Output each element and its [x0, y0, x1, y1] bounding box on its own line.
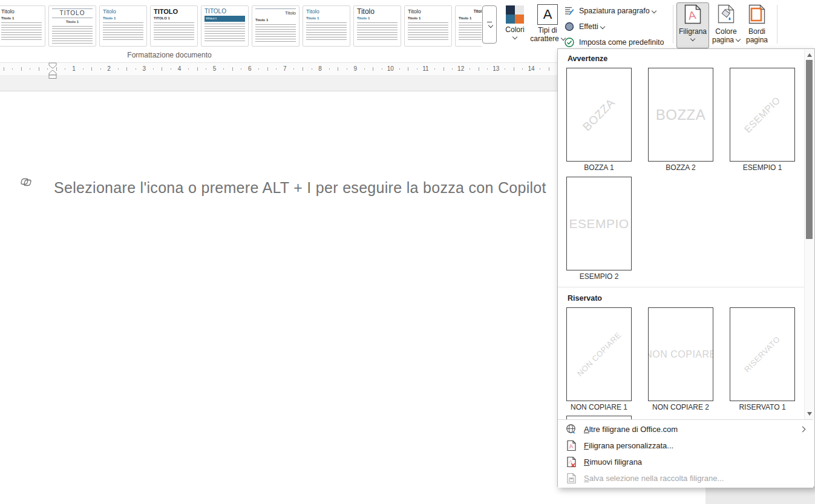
watermark-option[interactable]: RISERVATORISERVATO 1: [730, 307, 795, 414]
indent-markers[interactable]: [48, 62, 59, 81]
watermark-section-title: Avvertenze: [568, 54, 804, 63]
ruler-number: 4: [178, 65, 182, 72]
word-window: TitoloTitolo 1TITOLOTitolo 1TitoloTitolo…: [0, 0, 815, 504]
style-card-title: TITOLO: [52, 8, 93, 18]
watermark-thumbnail: NON COPIARE: [648, 307, 713, 401]
style-card-body-lines: [52, 26, 93, 45]
style-set-card[interactable]: TitoloTitolo 1: [0, 5, 45, 47]
ruler-tick-dot: [505, 68, 505, 70]
style-set-card[interactable]: TitoloTitolo 1: [404, 5, 452, 47]
scroll-down-icon[interactable]: [807, 412, 812, 416]
style-card-body-lines: [459, 22, 482, 42]
style-card-subtitle: Titolo 1: [357, 16, 398, 21]
save-gallery-icon: [566, 473, 577, 484]
ruler-tick-dot: [487, 68, 488, 70]
watermark-thumbnail: BOZZA: [566, 68, 632, 162]
page-borders-icon: [748, 4, 765, 26]
ruler-tick-dot: [30, 68, 30, 70]
watermark-section: RiservatoNON COPIARENON COPIARE 1NON COP…: [558, 287, 804, 414]
ruler-tick: [162, 67, 162, 71]
watermark-option[interactable]: ESEMPIOESEMPIO 2: [566, 177, 632, 283]
watermark-option-label: NON COPIARE 1: [566, 403, 632, 411]
globe-icon: [566, 424, 577, 435]
watermark-option[interactable]: NON COPIARENON COPIARE 2: [648, 307, 713, 414]
ruler-tick: [479, 67, 479, 71]
watermark-icon: A: [566, 440, 577, 451]
watermark-gallery: AvvertenzeBOZZABOZZA 1BOZZABOZZA 2ESEMPI…: [558, 49, 804, 419]
scrollbar[interactable]: [804, 50, 814, 419]
scrollbar-thumb[interactable]: [806, 60, 813, 239]
formatting-small-buttons: Spaziatura paragrafo Effetti Imposta com…: [564, 3, 672, 50]
paragraph-spacing-button[interactable]: Spaziatura paragrafo: [564, 3, 672, 19]
paragraph-spacing-label: Spaziatura paragrafo: [579, 7, 650, 15]
ruler-number: 13: [493, 65, 499, 72]
ruler-number: 6: [248, 65, 252, 72]
ruler-number: 9: [353, 65, 357, 72]
style-gallery[interactable]: TitoloTitolo 1TITOLOTitolo 1TitoloTitolo…: [0, 5, 482, 47]
style-set-card[interactable]: TITOLOTITOLO 1: [201, 5, 249, 47]
style-set-card[interactable]: TitoloTitolo 1: [303, 5, 350, 47]
style-card-body-lines: [357, 22, 398, 42]
ruler-tick-dot: [329, 68, 330, 70]
style-set-card[interactable]: TitoloTitolo 1: [99, 5, 147, 47]
fonts-button[interactable]: A Tipi di carattere: [530, 2, 565, 48]
menu-command-globe[interactable]: Altre filigrane di Office.com: [558, 421, 813, 437]
style-card-body-lines: [1, 22, 42, 42]
style-card-body-lines: [205, 24, 245, 43]
page-color-button[interactable]: Colore pagina: [710, 2, 742, 48]
gallery-more-icon: [487, 22, 492, 22]
watermark-grid: NON COPIARENON COPIARE 1NON COPIARENON C…: [558, 307, 800, 414]
gallery-more-button[interactable]: [482, 5, 497, 44]
effects-label: Effetti: [579, 22, 598, 31]
ruler-tick: [444, 67, 444, 71]
style-card-subtitle: Titolo 1: [52, 19, 93, 24]
watermark-option-label: RISERVATO 1: [730, 403, 795, 411]
style-set-card[interactable]: TITOLOTitolo 1: [48, 5, 96, 47]
style-card-subtitle: TITOLO 1: [205, 16, 245, 22]
ruler-tick-dot: [171, 68, 171, 70]
menu-command-save-gallery: Salva selezione nella raccolta filigrane…: [558, 470, 813, 486]
watermark-option[interactable]: BOZZABOZZA 1: [566, 68, 632, 174]
effects-button[interactable]: Effetti: [564, 19, 672, 34]
group-separator: [673, 5, 673, 44]
watermark-preview-text: BOZZA: [580, 96, 618, 133]
ruler-tick: [303, 67, 303, 71]
fonts-icon: A: [537, 4, 558, 25]
chevron-down-icon: [488, 23, 493, 28]
watermark-preview-text: NON COPIARE: [575, 330, 623, 378]
style-card-body-lines: [103, 22, 143, 42]
ruler-tick-dot: [522, 68, 523, 70]
ruler-tick: [4, 67, 4, 71]
ruler-tick-dot: [452, 68, 453, 70]
chevron-down-icon: [652, 8, 656, 13]
watermark-button[interactable]: A Filigrana: [676, 2, 709, 48]
ruler-tick: [197, 67, 198, 71]
ruler-tick-dot: [100, 68, 101, 70]
scroll-up-icon[interactable]: [807, 53, 812, 57]
watermark-option[interactable]: ESEMPIOESEMPIO 1: [730, 68, 795, 174]
watermark-option[interactable]: NON COPIARENON COPIARE 1: [566, 307, 632, 414]
copilot-icon[interactable]: [20, 176, 32, 191]
ruler-tick-dot: [223, 68, 224, 70]
page-borders-button[interactable]: Bordi pagina: [742, 2, 772, 48]
fonts-button-label: Tipi di carattere: [530, 26, 565, 43]
ruler-tick-dot: [417, 68, 417, 70]
style-set-card[interactable]: TitoloTitolo 1: [252, 5, 299, 47]
checkmark-circle-icon: [564, 37, 575, 48]
ruler-tick: [267, 67, 268, 71]
paragraph-spacing-icon: [564, 5, 575, 16]
style-set-card[interactable]: TitoloTitolo 1: [353, 5, 401, 47]
menu-command-remove-watermark[interactable]: ARimuovi filigrana: [558, 454, 813, 470]
ruler-tick: [514, 67, 514, 71]
style-set-card[interactable]: TITOLOTITOLO 1: [150, 5, 198, 47]
watermark-option-label: NON COPIARE 2: [648, 403, 713, 411]
ruler-tick-dot: [347, 68, 347, 70]
ruler-tick-dot: [276, 68, 277, 70]
watermark-option[interactable]: BOZZABOZZA 2: [648, 68, 713, 174]
remove-watermark-icon: A: [566, 456, 577, 468]
style-card-subtitle: Titolo 1: [459, 16, 482, 21]
ruler-tick-dot: [206, 68, 206, 70]
colors-button[interactable]: Colori: [500, 2, 529, 48]
style-set-card[interactable]: TitoloTitolo 1: [455, 5, 482, 47]
menu-command-watermark[interactable]: AFiligrana personalizzata...: [558, 437, 813, 454]
